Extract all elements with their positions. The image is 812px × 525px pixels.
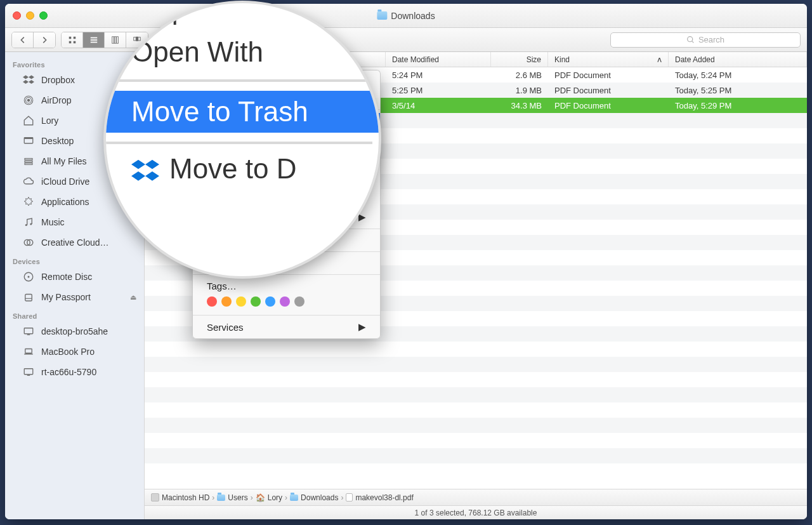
- svg-rect-33: [24, 328, 33, 334]
- path-crumb[interactable]: makevol38-dl.pdf: [346, 493, 413, 502]
- sidebar-header-shared: Shared: [5, 307, 144, 321]
- window-title: Downloads: [377, 11, 435, 21]
- tag-green[interactable]: [251, 296, 261, 307]
- svg-line-16: [692, 41, 693, 43]
- svg-rect-21: [24, 138, 33, 139]
- sidebar-item-music[interactable]: Music: [5, 212, 144, 232]
- svg-rect-9: [116, 36, 118, 43]
- column-kind[interactable]: Kindʌ: [548, 52, 669, 67]
- path-bar: Macintosh HD› Users› 🏠Lory› Downloads› m…: [145, 489, 807, 505]
- svg-point-17: [27, 99, 30, 102]
- cell-size: 1.9 MB: [491, 86, 548, 95]
- title-bar: Downloads: [5, 4, 807, 28]
- folder-icon: [290, 495, 298, 501]
- tag-orange[interactable]: [221, 296, 232, 307]
- tag-gray[interactable]: [294, 296, 304, 307]
- sidebar-label: desktop-bro5ahe: [41, 326, 108, 336]
- sidebar-label: Lory: [41, 116, 58, 126]
- allfiles-icon: [22, 154, 36, 168]
- menu-services[interactable]: Services▶: [193, 319, 380, 335]
- list-view-button[interactable]: [83, 32, 105, 48]
- svg-rect-38: [27, 375, 30, 376]
- close-button[interactable]: [13, 11, 21, 20]
- desktop-icon: [22, 134, 36, 148]
- sidebar-label: Music: [41, 217, 65, 227]
- maximize-button[interactable]: [39, 11, 48, 20]
- icon-view-button[interactable]: [62, 32, 83, 48]
- menu-separator: [193, 315, 380, 316]
- sidebar-item-macbook-pro[interactable]: MacBook Pro: [5, 342, 144, 362]
- cell-added: Today, 5:24 PM: [669, 70, 807, 80]
- magnifier-move-to-trash: Move to Trash: [106, 91, 379, 133]
- window-title-text: Downloads: [391, 11, 435, 21]
- tag-purple[interactable]: [280, 296, 290, 307]
- sidebar-label: My Passport: [41, 292, 91, 302]
- tag-yellow[interactable]: [236, 296, 246, 307]
- svg-rect-7: [112, 36, 114, 43]
- sidebar-label: Remote Disc: [41, 272, 92, 282]
- forward-button[interactable]: [34, 32, 55, 48]
- column-date-modified[interactable]: Date Modified: [386, 52, 491, 67]
- nav-buttons: [11, 32, 56, 48]
- cell-date: 5:24 PM: [386, 70, 491, 80]
- sidebar-item-remote-disc[interactable]: Remote Disc: [5, 267, 144, 287]
- tag-red[interactable]: [207, 296, 217, 307]
- path-crumb[interactable]: Users: [217, 493, 247, 502]
- cell-added: Today, 5:25 PM: [669, 86, 807, 95]
- svg-rect-35: [25, 349, 32, 354]
- cell-size: 34.3 MB: [491, 101, 548, 110]
- eject-icon[interactable]: ⏏: [130, 293, 136, 302]
- sidebar-item-shared-desktop[interactable]: desktop-bro5ahe: [5, 321, 144, 342]
- dropbox-icon: [131, 157, 159, 180]
- sidebar-label: Dropbox: [41, 75, 75, 85]
- svg-rect-4: [90, 37, 97, 38]
- creative-cloud-icon: [22, 236, 36, 249]
- folder-icon: [377, 11, 387, 20]
- magnifier-move-to-dropbox: Move to D: [131, 153, 372, 185]
- svg-rect-24: [25, 163, 32, 164]
- path-crumb[interactable]: 🏠Lory: [256, 493, 282, 502]
- sidebar-label: rt-ac66u-5790: [41, 367, 96, 377]
- column-size[interactable]: Size: [491, 52, 548, 67]
- magnifier-separator: [106, 142, 372, 144]
- cell-size: 2.6 MB: [491, 70, 548, 80]
- sidebar-item-router[interactable]: rt-ac66u-5790: [5, 362, 144, 382]
- path-crumb[interactable]: Macintosh HD: [151, 493, 209, 502]
- status-bar: 1 of 3 selected, 768.12 GB available: [145, 505, 807, 519]
- toolbar: Search: [5, 28, 807, 52]
- column-view-button[interactable]: [105, 32, 126, 48]
- tag-blue[interactable]: [265, 296, 275, 307]
- sidebar-header-devices: Devices: [5, 253, 144, 267]
- svg-rect-1: [73, 36, 75, 39]
- minimize-button[interactable]: [26, 11, 34, 20]
- sidebar-label: iCloud Drive: [41, 176, 89, 187]
- home-icon: 🏠: [256, 493, 265, 502]
- svg-rect-5: [90, 39, 97, 41]
- sidebar-label: Desktop: [41, 136, 74, 146]
- search-field[interactable]: Search: [610, 32, 801, 48]
- path-crumb[interactable]: Downloads: [290, 493, 338, 502]
- cell-kind: PDF Document: [548, 70, 669, 80]
- dropbox-icon: [22, 73, 36, 87]
- svg-point-26: [30, 223, 32, 225]
- drive-icon: [22, 290, 36, 304]
- home-icon: [22, 114, 36, 128]
- magnifier-separator: [106, 79, 372, 82]
- svg-rect-36: [24, 354, 33, 355]
- svg-rect-34: [27, 335, 30, 336]
- back-button[interactable]: [12, 32, 34, 48]
- sidebar-label: Creative Cloud…: [41, 237, 109, 248]
- cell-kind: PDF Document: [548, 86, 669, 95]
- submenu-arrow-icon: ▶: [358, 321, 366, 333]
- svg-rect-8: [114, 36, 116, 43]
- monitor-icon: [22, 324, 36, 338]
- svg-point-25: [25, 224, 27, 226]
- sidebar-item-my-passport[interactable]: My Passport⏏: [5, 287, 144, 307]
- airdrop-icon: [22, 93, 36, 107]
- cell-kind: PDF Document: [548, 101, 669, 110]
- file-icon: [346, 493, 353, 502]
- sidebar-item-creative-cloud[interactable]: Creative Cloud…: [5, 232, 144, 253]
- search-icon: [686, 36, 695, 44]
- column-date-added[interactable]: Date Added: [669, 52, 807, 67]
- menu-tags[interactable]: Tags…: [193, 278, 380, 294]
